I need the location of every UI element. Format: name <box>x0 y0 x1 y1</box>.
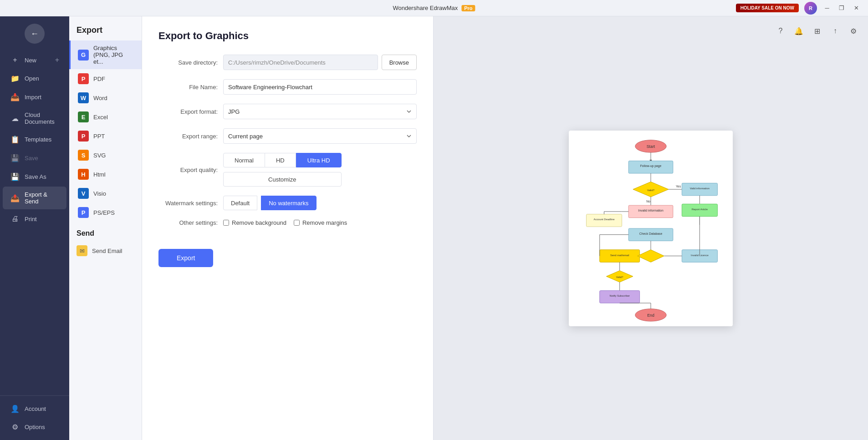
excel-icon: E <box>78 111 89 122</box>
titlebar-center: Wondershare EdrawMax Pro <box>393 5 475 11</box>
watermark-no-button[interactable]: No watermarks <box>261 196 316 210</box>
ppt-icon: P <box>78 131 89 142</box>
export-item-pdf[interactable]: P PDF <box>69 69 142 88</box>
main-content: Export to Graphics Save directory: Brows… <box>142 16 868 440</box>
html-icon: H <box>78 169 89 180</box>
sidebar-item-print[interactable]: 🖨 Print <box>3 210 66 228</box>
quality-ultrahd-button[interactable]: Ultra HD <box>296 153 342 167</box>
save-directory-label: Save directory: <box>158 59 218 66</box>
export-icon: 📤 <box>10 194 20 202</box>
save-directory-input[interactable] <box>223 55 378 70</box>
remove-margins-label[interactable]: Remove margins <box>294 219 347 226</box>
svg-icon: S <box>78 150 89 161</box>
file-name-input[interactable] <box>223 79 417 95</box>
user-avatar[interactable]: R <box>804 2 817 15</box>
svg-text:Valid?: Valid? <box>616 276 624 278</box>
export-quality-label: Export quality: <box>158 167 218 173</box>
options-icon: ⚙ <box>10 423 20 431</box>
sidebar-item-new[interactable]: + New + <box>3 51 66 69</box>
sidebar-item-export[interactable]: 📤 Export & Send <box>3 187 66 209</box>
export-item-excel[interactable]: E Excel <box>69 107 142 126</box>
app-title: Wondershare EdrawMax <box>393 5 458 11</box>
new-icon: + <box>10 56 20 64</box>
export-format-select[interactable]: JPG PNG BMP SVG PDF EMF <box>223 104 417 119</box>
settings-button[interactable]: ⚙ <box>846 24 861 38</box>
svg-text:Send mail/email: Send mail/email <box>610 253 629 256</box>
svg-text:Notify Subscriber: Notify Subscriber <box>609 294 630 297</box>
sidebar-item-templates[interactable]: 📋 Templates <box>3 131 66 148</box>
titlebar-controls: HOLIDAY SALE ON NOW R ─ ❐ ✕ <box>736 2 863 15</box>
visio-icon: V <box>78 188 89 199</box>
svg-text:End: End <box>647 313 654 318</box>
remove-background-label[interactable]: Remove background <box>223 219 286 226</box>
remove-background-checkbox[interactable] <box>223 220 229 226</box>
remove-margins-checkbox[interactable] <box>294 220 300 226</box>
sidebar-item-saveas[interactable]: 💾 Save As <box>3 168 66 186</box>
export-item-word[interactable]: W Word <box>69 88 142 107</box>
watermark-default-button[interactable]: Default <box>223 196 257 210</box>
save-directory-field: Browse <box>223 55 417 70</box>
sidebar-item-open[interactable]: 📁 Open <box>3 70 66 87</box>
other-settings-label: Other settings: <box>158 219 218 226</box>
save-directory-row: Save directory: Browse <box>158 55 417 70</box>
send-section-title: Send <box>69 222 142 241</box>
export-item-pseps[interactable]: P PS/EPS <box>69 203 142 222</box>
minimize-button[interactable]: ─ <box>821 2 833 15</box>
export-range-select[interactable]: Current page All pages Selected objects <box>223 128 417 144</box>
titlebar: Wondershare EdrawMax Pro HOLIDAY SALE ON… <box>0 0 868 16</box>
graphics-icon: G <box>78 50 89 61</box>
export-button[interactable]: Export <box>158 249 213 267</box>
sidebar: ← + New + 📁 Open 📥 Import ☁ Cloud Docume… <box>0 16 69 440</box>
holiday-sale-button[interactable]: HOLIDAY SALE ON NOW <box>736 4 799 12</box>
export-panel: Export to Graphics Save directory: Brows… <box>142 16 434 440</box>
browse-button[interactable]: Browse <box>382 55 417 70</box>
sidebar-item-cloud[interactable]: ☁ Cloud Documents <box>3 107 66 130</box>
preview-area: ? 🔔 ⊞ ↑ ⚙ Start Follow-up page <box>434 16 868 440</box>
sidebar-item-import[interactable]: 📥 Import <box>3 88 66 106</box>
import-icon: 📥 <box>10 93 20 101</box>
close-button[interactable]: ✕ <box>850 2 863 15</box>
checkboxes: Remove background Remove margins <box>223 219 347 226</box>
export-item-visio[interactable]: V Visio <box>69 184 142 203</box>
other-settings-field: Remove background Remove margins <box>223 219 417 226</box>
watermark-row: Watermark settings: Default No watermark… <box>158 196 417 210</box>
grid-button[interactable]: ⊞ <box>810 24 824 38</box>
back-button[interactable]: ← <box>25 24 45 44</box>
svg-text:Valid?: Valid? <box>647 189 655 192</box>
file-name-field <box>223 79 417 95</box>
export-item-svg[interactable]: S SVG <box>69 146 142 165</box>
sidebar-item-save: 💾 Save <box>3 149 66 167</box>
notification-button[interactable]: 🔔 <box>791 24 806 38</box>
app-body: ← + New + 📁 Open 📥 Import ☁ Cloud Docume… <box>0 16 868 440</box>
quality-normal-button[interactable]: Normal <box>223 153 265 167</box>
preview-flowchart: Start Follow-up page Valid? Yes <box>569 131 733 326</box>
help-button[interactable]: ? <box>773 24 788 38</box>
svg-text:Check Database: Check Database <box>639 232 663 235</box>
svg-text:No: No <box>646 200 650 203</box>
export-quality-row: Export quality: Normal HD Ultra HD Custo… <box>158 153 417 187</box>
export-item-graphics[interactable]: G Graphics (PNG, JPG et... <box>69 40 142 69</box>
export-item-email[interactable]: ✉ Send Email <box>69 241 142 260</box>
quality-section: Normal HD Ultra HD Customize <box>223 153 342 187</box>
export-range-row: Export range: Current page All pages Sel… <box>158 128 417 144</box>
customize-button[interactable]: Customize <box>223 172 342 187</box>
export-format-label: Export format: <box>158 108 218 115</box>
export-item-ppt[interactable]: P PPT <box>69 126 142 146</box>
quality-hd-button[interactable]: HD <box>265 153 296 167</box>
export-item-html[interactable]: H Html <box>69 165 142 184</box>
sidebar-item-account[interactable]: 👤 Account <box>3 400 66 418</box>
export-panel-title: Export to Graphics <box>158 30 417 42</box>
svg-text:Start: Start <box>647 144 655 149</box>
top-right-icons: ? 🔔 ⊞ ↑ ⚙ <box>773 24 861 38</box>
export-range-label: Export range: <box>158 133 218 140</box>
export-range-field: Current page All pages Selected objects <box>223 128 417 144</box>
share-button[interactable]: ↑ <box>828 24 842 38</box>
svg-text:Yes: Yes <box>676 185 681 188</box>
cloud-icon: ☁ <box>10 114 20 123</box>
sidebar-item-options[interactable]: ⚙ Options <box>3 418 66 436</box>
account-icon: 👤 <box>10 405 20 413</box>
print-icon: 🖨 <box>10 215 20 223</box>
export-sidebar-title: Export <box>69 16 142 40</box>
maximize-button[interactable]: ❐ <box>835 2 848 15</box>
export-format-field: JPG PNG BMP SVG PDF EMF <box>223 104 417 119</box>
